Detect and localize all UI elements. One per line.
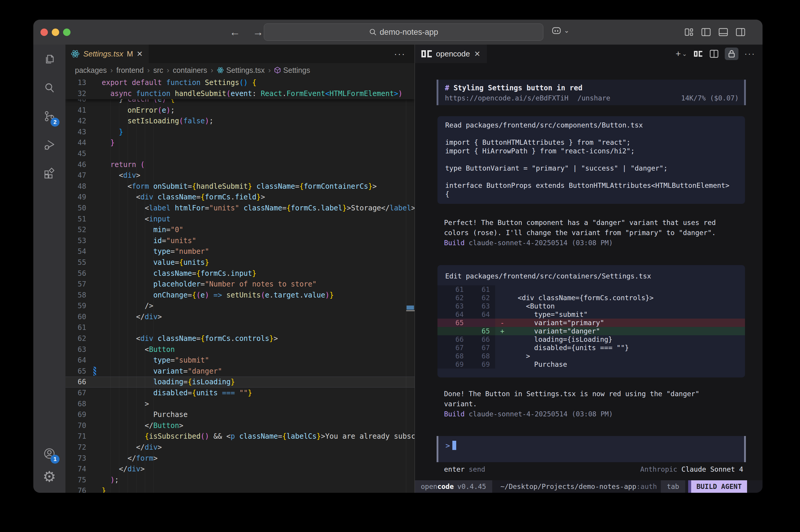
- code-line-48[interactable]: 48 <form onSubmit={handleSubmit} classNa…: [66, 181, 414, 192]
- settings-gear-icon[interactable]: ⚙: [39, 466, 60, 488]
- session-share-url[interactable]: https://opencode.ai/s/eBdFXTiH: [445, 93, 568, 103]
- code-line-64[interactable]: 64 type="submit": [66, 355, 414, 366]
- assistant-message: Done! The Button in Settings.tsx is now …: [444, 389, 700, 419]
- line-number: 59: [66, 301, 86, 311]
- close-traffic-light[interactable]: [40, 28, 48, 36]
- copilot-menu[interactable]: ⌄: [551, 26, 569, 35]
- run-debug-icon[interactable]: [39, 134, 60, 156]
- code-line-72[interactable]: 72 </div>: [66, 442, 414, 453]
- minimize-traffic-light[interactable]: [52, 28, 59, 36]
- breadcrumb-item-src[interactable]: src: [153, 66, 163, 75]
- source-control-icon[interactable]: 2: [39, 106, 60, 127]
- breadcrumb-item-settings[interactable]: Settings: [274, 66, 310, 75]
- new-session-button[interactable]: +⌄: [676, 49, 687, 59]
- code-line-60[interactable]: 60 </div>: [66, 311, 414, 322]
- panel-more-actions[interactable]: ···: [744, 49, 756, 59]
- code-line-13[interactable]: 13export default function Settings() {: [66, 77, 414, 88]
- code-line-50[interactable]: 50 <label htmlFor="units" className={for…: [66, 203, 414, 214]
- close-tab-icon[interactable]: ✕: [136, 50, 143, 58]
- code-line-58[interactable]: 58 onChange={(e) => setUnits(e.target.va…: [66, 290, 414, 301]
- line-number: 56: [66, 268, 86, 279]
- close-panel-tab-icon[interactable]: ✕: [474, 50, 480, 58]
- search-sidebar-icon[interactable]: [39, 77, 60, 99]
- code-line-46[interactable]: 46 return (: [66, 159, 414, 170]
- line-number: 67: [66, 387, 86, 399]
- activity-bar: 2 1 ⚙: [33, 44, 66, 493]
- model-selector[interactable]: Anthropic Claude Sonnet 4: [640, 465, 743, 474]
- code-line-68[interactable]: 68 >: [66, 399, 414, 410]
- opencode-panel: opencode ✕ +⌄: [415, 44, 763, 493]
- diff-row: 6868 >: [438, 352, 745, 360]
- tab-opencode[interactable]: opencode ✕: [415, 44, 487, 63]
- split-editor-icon[interactable]: [709, 49, 719, 58]
- code-line-62[interactable]: 62 <div className={formCs.controls}>: [66, 333, 414, 344]
- code-line-54[interactable]: 54 type="number": [66, 246, 414, 257]
- code-line-47[interactable]: 47 <div>: [66, 170, 414, 181]
- editor-group: Settings.tsx M ✕ ··· packages›frontend›s…: [66, 44, 415, 493]
- code-editor[interactable]: 40 } catch (e) {41 onError(e);42 setIsLo…: [66, 77, 414, 493]
- code-line-49[interactable]: 49 <div className={formCs.field}>: [66, 192, 414, 203]
- toggle-secondary-sidebar-icon[interactable]: [735, 27, 746, 37]
- breadcrumb-item-containers[interactable]: containers: [173, 66, 207, 75]
- code-line-32[interactable]: 32 async function handleSubmit(event: Re…: [66, 88, 414, 99]
- breadcrumb-item-settings-tsx[interactable]: Settings.tsx: [217, 66, 265, 75]
- modified-badge: M: [127, 50, 133, 58]
- code-line-52[interactable]: 52 min="0": [66, 224, 414, 235]
- code-line-59[interactable]: 59 />: [66, 301, 414, 311]
- code-line-65[interactable]: 65 variant="danger": [66, 366, 414, 377]
- breadcrumb-separator: ›: [167, 66, 169, 75]
- diff-row: 6767 disabled={units === ""}: [438, 344, 745, 352]
- extensions-icon[interactable]: [39, 163, 60, 184]
- tab-settings-tsx[interactable]: Settings.tsx M ✕: [66, 44, 149, 63]
- toggle-panel-icon[interactable]: [718, 27, 729, 37]
- code-line-66[interactable]: 66 loading={isLoading}: [66, 377, 414, 387]
- code-line-45[interactable]: 45: [66, 148, 414, 159]
- forward-arrow-button[interactable]: →: [253, 26, 263, 38]
- message-line: Done! The Button in Settings.tsx is now …: [444, 389, 700, 399]
- agent-badge[interactable]: BUILD AGENT: [688, 480, 747, 493]
- zoom-traffic-light[interactable]: [63, 28, 71, 36]
- line-number: 65: [66, 366, 86, 377]
- accounts-icon[interactable]: 1: [39, 443, 60, 464]
- code-line-42[interactable]: 42 setIsLoading(false);: [66, 116, 414, 127]
- code-line-74[interactable]: 74 </div>: [66, 464, 414, 475]
- breadcrumb-item-frontend[interactable]: frontend: [116, 66, 144, 75]
- diff-view: 61616262 <div className={formCs.controls…: [438, 285, 745, 368]
- code-line-67[interactable]: 67 disabled={units === ""}: [66, 387, 414, 399]
- breadcrumb-item-packages[interactable]: packages: [75, 66, 107, 75]
- code-line-43[interactable]: 43 }: [66, 127, 414, 138]
- lock-editor-icon[interactable]: [725, 48, 739, 60]
- back-arrow-button[interactable]: ←: [229, 26, 240, 38]
- code-line-41[interactable]: 41 onError(e);: [66, 105, 414, 116]
- code-line-57[interactable]: 57 placeholder="Number of notes to store…: [66, 279, 414, 290]
- prompt-input[interactable]: >: [436, 436, 746, 462]
- code-line-73[interactable]: 73 </form>: [66, 453, 414, 464]
- code-line-70[interactable]: 70 </Button>: [66, 420, 414, 431]
- editor-actions-dots[interactable]: ···: [394, 44, 406, 63]
- code-line-75[interactable]: 75 );: [66, 475, 414, 486]
- code-line-51[interactable]: 51 <input: [66, 214, 414, 225]
- command-center-search[interactable]: demo-notes-app: [264, 23, 543, 41]
- code-line-55[interactable]: 55 value={units}: [66, 257, 414, 268]
- line-number: 66: [66, 377, 86, 387]
- explorer-icon[interactable]: [39, 49, 60, 70]
- breadcrumb[interactable]: packages›frontend›src›containers›Setting…: [66, 63, 414, 77]
- customize-layout-icon[interactable]: [684, 27, 694, 37]
- code-line-56[interactable]: 56 className={formCs.input}: [66, 268, 414, 279]
- code-line-69[interactable]: 69 Purchase: [66, 409, 414, 420]
- unshare-command[interactable]: /unshare: [577, 93, 610, 103]
- assistant-message: Perfect! The Button component has a "dan…: [444, 217, 716, 248]
- code-line-61[interactable]: 61: [66, 322, 414, 333]
- line-number: 75: [66, 475, 86, 486]
- editor-tab-bar: Settings.tsx M ✕ ···: [66, 44, 414, 63]
- scrollbar-slider[interactable]: [407, 306, 414, 310]
- code-line-44[interactable]: 44 }: [66, 137, 414, 148]
- opencode-icon-button[interactable]: [693, 50, 703, 57]
- code-line-53[interactable]: 53 id="units": [66, 235, 414, 246]
- code-line-76[interactable]: 76}: [66, 485, 414, 493]
- toggle-primary-sidebar-icon[interactable]: [701, 27, 711, 37]
- code-line-63[interactable]: 63 <Button: [66, 344, 414, 355]
- screen: ← → demo-notes-app ⌄: [0, 0, 800, 532]
- read-card-line: type ButtonVariant = "primary" | "succes…: [445, 164, 745, 173]
- code-line-71[interactable]: 71 {isSubscribed() && <p className={labe…: [66, 431, 414, 442]
